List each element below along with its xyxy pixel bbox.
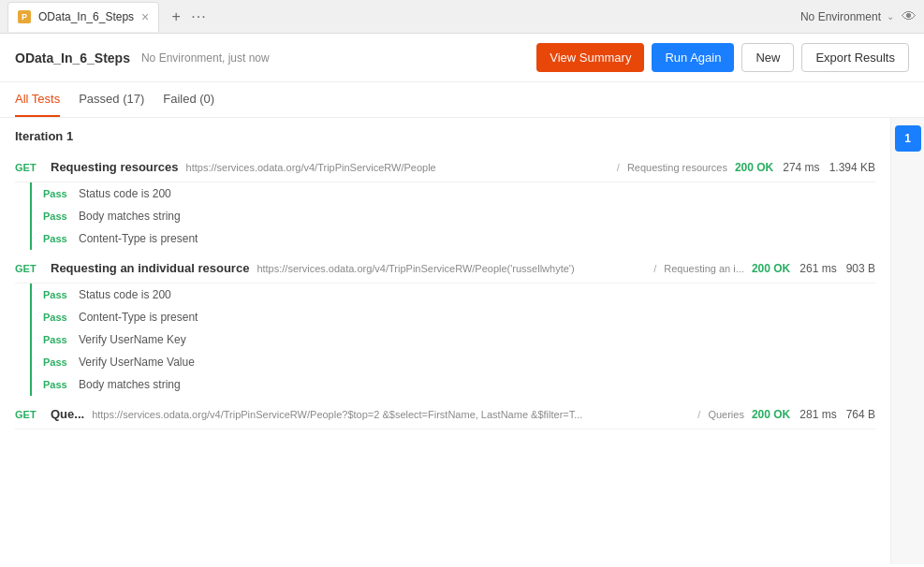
header-meta: No Environment, just now xyxy=(141,51,270,65)
request-slash: / xyxy=(697,409,700,420)
test-description: Content-Type is present xyxy=(79,232,198,245)
test-description: Status code is 200 xyxy=(79,187,171,200)
response-size: 903 B xyxy=(846,262,875,275)
header-actions: View Summary Run Again New Export Result… xyxy=(536,43,909,72)
request-url: https://services.odata.org/v4/TripPinSer… xyxy=(186,162,609,173)
test-group: Pass Status code is 200 Pass Content-Typ… xyxy=(30,284,875,396)
tab-all-tests[interactable]: All Tests xyxy=(15,82,60,117)
request-name: Que... xyxy=(51,407,84,421)
tab-more-button[interactable]: ··· xyxy=(191,8,206,25)
main-content: Iteration 1 GET Requesting resources htt… xyxy=(0,118,924,564)
env-label: No Environment xyxy=(800,10,881,23)
test-item: Pass Verify UserName Value xyxy=(32,351,875,373)
test-group: Pass Status code is 200 Pass Body matche… xyxy=(30,182,875,250)
test-pass-label: Pass xyxy=(43,356,69,368)
request-url: https://services.odata.org/v4/TripPinSer… xyxy=(257,263,646,274)
request-meta: 200 OK 281 ms 764 B xyxy=(752,408,875,421)
request-row[interactable]: GET Requesting an individual resource ht… xyxy=(15,254,875,284)
test-pass-label: Pass xyxy=(43,379,69,390)
tab-failed[interactable]: Failed (0) xyxy=(163,82,214,117)
page-title: OData_In_6_Steps xyxy=(15,51,130,65)
test-description: Verify UserName Value xyxy=(79,356,195,369)
tab-passed[interactable]: Passed (17) xyxy=(79,82,144,117)
request-row[interactable]: GET Que... https://services.odata.org/v4… xyxy=(15,400,875,429)
test-item: Pass Body matches string xyxy=(32,205,875,227)
eye-icon[interactable]: 👁 xyxy=(902,8,917,25)
test-pass-label: Pass xyxy=(43,211,69,222)
content-area: Iteration 1 GET Requesting resources htt… xyxy=(0,118,890,564)
tab-bar-right: No Environment ⌄ 👁 xyxy=(800,8,917,25)
test-description: Content-Type is present xyxy=(79,311,198,324)
method-badge: GET xyxy=(15,162,43,173)
tab-bar: P OData_In_6_Steps × + ··· No Environmen… xyxy=(0,0,924,34)
test-pass-label: Pass xyxy=(43,233,69,244)
request-desc: Requesting an i... xyxy=(664,263,744,274)
test-item: Pass Status code is 200 xyxy=(32,182,875,205)
test-description: Body matches string xyxy=(79,378,181,391)
response-size: 1.394 KB xyxy=(829,161,875,174)
request-slash: / xyxy=(653,263,656,274)
test-item: Pass Content-Type is present xyxy=(32,306,875,328)
request-name: Requesting resources xyxy=(51,160,179,174)
sidebar-counter: 1 xyxy=(890,118,924,564)
request-url: https://services.odata.org/v4/TripPinSer… xyxy=(92,409,690,420)
export-results-button[interactable]: Export Results xyxy=(801,43,909,72)
request-row[interactable]: GET Requesting resources https://service… xyxy=(15,153,875,182)
request-name: Requesting an individual resource xyxy=(51,261,249,275)
iteration-label: Iteration 1 xyxy=(15,129,875,143)
request-slash: / xyxy=(617,162,620,173)
active-tab[interactable]: P OData_In_6_Steps × xyxy=(7,2,159,32)
chevron-down-icon: ⌄ xyxy=(887,11,894,22)
test-pass-label: Pass xyxy=(43,312,69,323)
test-item: Pass Body matches string xyxy=(32,373,875,396)
test-pass-label: Pass xyxy=(43,334,69,345)
iteration-number-button[interactable]: 1 xyxy=(895,125,921,152)
test-description: Verify UserName Key xyxy=(79,333,186,346)
response-size: 764 B xyxy=(846,408,875,421)
request-desc: Requesting resources xyxy=(627,162,727,173)
method-badge: GET xyxy=(15,263,43,274)
request-meta: 200 OK 274 ms 1.394 KB xyxy=(735,161,875,174)
request-meta: 200 OK 261 ms 903 B xyxy=(752,262,875,275)
test-item: Pass Content-Type is present xyxy=(32,227,875,250)
method-badge: GET xyxy=(15,409,43,420)
test-pass-label: Pass xyxy=(43,188,69,199)
status-badge: 200 OK xyxy=(752,262,790,275)
tab-close-button[interactable]: × xyxy=(141,10,149,23)
test-description: Status code is 200 xyxy=(79,288,171,301)
request-desc: Queries xyxy=(708,409,744,420)
response-time: 261 ms xyxy=(799,262,836,275)
run-again-button[interactable]: Run Again xyxy=(652,43,734,72)
status-badge: 200 OK xyxy=(735,161,773,174)
response-time: 281 ms xyxy=(799,408,836,421)
tab-title: OData_In_6_Steps xyxy=(38,10,134,23)
status-badge: 200 OK xyxy=(752,408,790,421)
new-button[interactable]: New xyxy=(741,43,794,72)
view-summary-button[interactable]: View Summary xyxy=(536,43,644,72)
new-tab-button[interactable]: + xyxy=(165,6,187,28)
sub-navigation: All Tests Passed (17) Failed (0) xyxy=(0,82,924,118)
environment-selector[interactable]: No Environment ⌄ xyxy=(800,10,894,23)
tab-icon: P xyxy=(18,10,31,23)
page-header: OData_In_6_Steps No Environment, just no… xyxy=(0,34,924,82)
test-item: Pass Status code is 200 xyxy=(32,284,875,306)
requests-container: GET Requesting resources https://service… xyxy=(15,153,875,429)
test-item: Pass Verify UserName Key xyxy=(32,328,875,351)
response-time: 274 ms xyxy=(783,161,819,174)
test-pass-label: Pass xyxy=(43,289,69,300)
test-description: Body matches string xyxy=(79,210,181,223)
